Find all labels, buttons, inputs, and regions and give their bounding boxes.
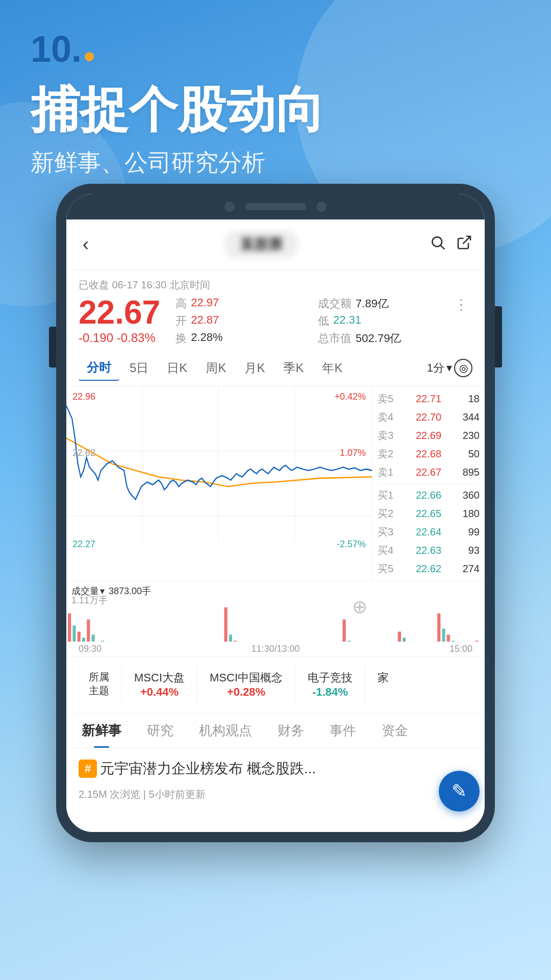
freq-dropdown-icon: ▾	[446, 361, 452, 375]
price-line-svg	[66, 386, 372, 580]
tab-finance[interactable]: 财务	[272, 714, 309, 748]
detail-volume: 成交额 7.89亿	[318, 296, 450, 311]
ob-buy3: 买3 22.64 99	[378, 523, 480, 541]
content-tabs: 新鲜事 研究 机构观点 财务 事件 资金	[66, 714, 485, 748]
sensor-icon	[316, 202, 327, 212]
vol-unit: 1.11万手	[71, 594, 108, 606]
high-label: 高	[176, 296, 187, 311]
back-button[interactable]: ‹	[79, 230, 93, 259]
tab-nian[interactable]: 年K	[314, 356, 350, 380]
svg-rect-13	[92, 634, 95, 642]
chart-freq-selector[interactable]: 1分 ▾	[427, 360, 452, 376]
open-label: 开	[176, 313, 187, 329]
tab-institution[interactable]: 机构观点	[194, 714, 257, 748]
sector-tag-msci-large[interactable]: MSCI大盘 +0.44%	[122, 665, 197, 705]
detail-high: 高 22.97	[176, 296, 308, 311]
chart-mid-label: 22.62	[72, 448, 95, 458]
ob-sell3: 卖3 22.69 230	[378, 426, 480, 445]
chart-area: 22.96 22.62 22.27 +0.42% 1.07% -2.57%	[66, 386, 485, 580]
tab-yuek[interactable]: 月K	[236, 356, 273, 380]
chart-pct-plus: +0.42%	[334, 391, 366, 402]
phone-notch	[66, 194, 485, 219]
stock-details: 高 22.97 成交额 7.89亿 开 22.87	[176, 296, 450, 346]
chart-tabs: 分时 5日 日K 周K 月K 季K 年K 1分 ▾ ◎	[66, 350, 485, 386]
tab-fenshi[interactable]: 分时	[79, 355, 119, 381]
svg-rect-25	[229, 634, 232, 642]
high-value: 22.97	[191, 296, 219, 311]
app-logo: 10.	[31, 31, 520, 67]
svg-rect-24	[224, 607, 227, 642]
turnover-value: 2.28%	[191, 331, 222, 346]
ob-sell1: 卖1 22.67 895	[378, 463, 480, 481]
svg-rect-34	[452, 641, 455, 642]
tab-zhouk[interactable]: 周K	[197, 356, 234, 380]
low-label: 低	[318, 313, 329, 329]
stock-change: -0.190 -0.83%	[79, 331, 160, 345]
hero-subtitle: 新鲜事、公司研究分析	[31, 147, 520, 179]
stock-price: 22.67	[79, 296, 160, 329]
tab-rik[interactable]: 日K	[159, 356, 195, 380]
app-screen: ‹ 某股票	[66, 219, 485, 832]
news-meta: 2.15M 次浏览 | 5小时前更新	[79, 788, 472, 801]
share-icon[interactable]	[456, 234, 472, 255]
svg-rect-9	[72, 626, 76, 642]
tab-5ri[interactable]: 5日	[121, 356, 157, 380]
sector-tag-esports[interactable]: 电子竞技 -1.84%	[295, 665, 365, 705]
sector-tag-label: 所属 主题	[77, 665, 122, 705]
marketcap-label: 总市值	[318, 331, 352, 346]
svg-rect-30	[403, 638, 406, 642]
volume-chart: 成交量▾ 3873.00手 1.11万手	[66, 581, 485, 642]
volume-bars-svg	[66, 601, 485, 642]
crosshair-icon[interactable]: ⊕	[352, 596, 367, 618]
time-mid: 11:30/13:00	[251, 644, 299, 654]
volume-area: 成交量▾ 3873.00手 1.11万手	[66, 580, 485, 642]
logo-dot-icon	[85, 52, 94, 61]
svg-rect-8	[68, 614, 71, 642]
svg-rect-12	[87, 620, 90, 642]
detail-low: 低 22.31	[318, 313, 450, 329]
sector-tags: 所属 主题 MSCI大盘 +0.44% MSCI中国概念 +0.28% 电子竞技…	[66, 657, 485, 714]
phone-frame: ‹ 某股票	[56, 184, 495, 842]
svg-line-2	[463, 236, 470, 244]
detail-marketcap: 总市值 502.79亿	[318, 331, 450, 346]
tab-events[interactable]: 事件	[324, 714, 361, 748]
tab-research[interactable]: 研究	[142, 714, 179, 748]
svg-line-1	[441, 246, 444, 249]
fab-button[interactable]: ✎	[439, 771, 480, 812]
svg-rect-31	[437, 614, 440, 642]
tab-jik[interactable]: 季K	[275, 356, 312, 380]
search-icon[interactable]	[430, 234, 446, 255]
ob-buy4: 买4 22.63 93	[378, 541, 480, 559]
svg-rect-10	[78, 632, 81, 642]
stock-info: 已收盘 06-17 16:30 北京时间 22.67 -0.190 -0.83%…	[66, 270, 485, 350]
time-end: 15:00	[449, 644, 472, 654]
price-chart: 22.96 22.62 22.27 +0.42% 1.07% -2.57%	[66, 386, 372, 580]
time-labels: 09:30 11:30/13:00 15:00	[66, 642, 485, 657]
write-icon: ✎	[452, 780, 467, 802]
stock-status: 已收盘 06-17 16:30 北京时间	[79, 278, 472, 292]
tab-news[interactable]: 新鲜事	[77, 714, 127, 748]
news-item[interactable]: # 元宇宙潜力企业榜发布 概念股跌... 2.15M 次浏览 | 5小时前更新	[66, 748, 485, 806]
svg-rect-33	[447, 634, 450, 642]
more-options-icon[interactable]: ⋮	[450, 296, 472, 313]
news-title: 元宇宙潜力企业榜发布 概念股跌...	[100, 758, 316, 778]
marketcap-value: 502.79亿	[356, 331, 401, 346]
ob-sell2: 卖2 22.68 50	[378, 445, 480, 463]
stock-price-area: 22.67 -0.190 -0.83%	[79, 296, 160, 345]
sector-tag-msci-china[interactable]: MSCI中国概念 +0.28%	[197, 665, 295, 705]
chart-pct-mid: 1.07%	[340, 448, 366, 458]
vol-value: 3873.00手	[109, 585, 151, 597]
news-tag: # 元宇宙潜力企业榜发布 概念股跌...	[79, 758, 316, 778]
target-icon[interactable]: ◎	[454, 359, 472, 377]
speaker-icon	[245, 203, 306, 210]
order-book: 卖5 22.71 18 卖4 22.70 344 卖3 22.69 23	[372, 386, 485, 580]
tab-capital[interactable]: 资金	[377, 714, 413, 748]
freq-label: 1分	[427, 360, 444, 376]
sector-tag-more[interactable]: 家	[365, 665, 401, 705]
svg-rect-27	[343, 620, 346, 642]
svg-rect-29	[398, 632, 401, 642]
ob-buy5: 买5 22.62 274	[378, 559, 480, 578]
time-start: 09:30	[79, 644, 102, 654]
ob-buy2: 买2 22.65 180	[378, 504, 480, 523]
front-camera-icon	[224, 202, 235, 212]
